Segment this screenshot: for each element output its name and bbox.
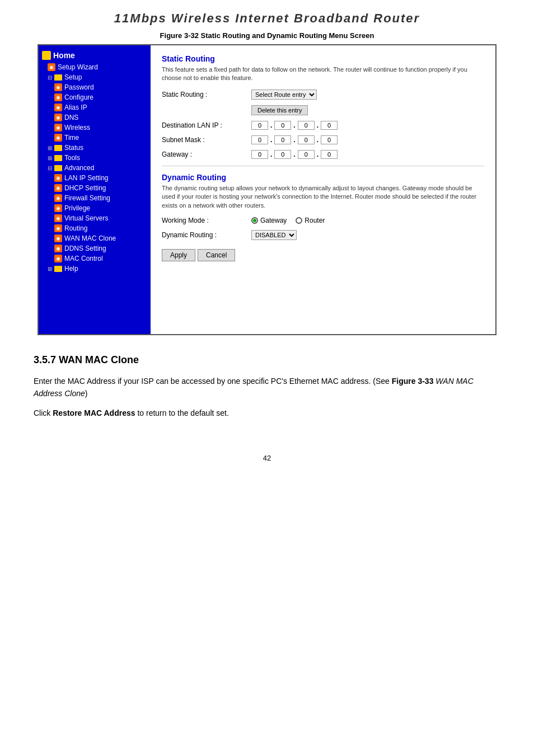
dest-lan-ip-control: . . . [251,121,338,130]
sidebar-item-routing[interactable]: ◉ Routing [39,223,151,233]
home-icon [42,51,51,60]
subnet-mask-label: Subnet Mask : [162,136,251,144]
ip-dot-2: . [293,121,295,129]
sidebar-item-alias-ip[interactable]: ◉ Alias IP [39,102,151,112]
sidebar-item-privilege[interactable]: ◉ Privilege [39,203,151,213]
sidebar-item-setup[interactable]: ⊟ Setup [39,72,151,82]
sidebar-label-lan-ip: LAN IP Setting [64,174,109,182]
time-icon: ◉ [54,134,62,142]
sidebar-item-mac-control[interactable]: ◉ MAC Control [39,253,151,264]
sidebar-label-password: Password [64,83,94,91]
router-radio-option[interactable]: Router [296,217,325,224]
sidebar: Home ◉ Setup Wizard ⊟ Setup ◉ Password ◉… [39,45,151,334]
sidebar-item-wan-mac-clone[interactable]: ◉ WAN MAC Clone [39,233,151,243]
dest-ip-1[interactable] [251,121,268,130]
dynamic-routing-select-row: Dynamic Routing : DISABLED [162,230,484,240]
subnet-4[interactable] [321,135,338,144]
sidebar-label-wireless: Wireless [64,124,90,132]
sidebar-home-label: Home [53,51,75,60]
sidebar-item-lan-ip[interactable]: ◉ LAN IP Setting [39,173,151,183]
gateway-label: Gateway : [162,151,251,158]
section-heading: 3.5.7 WAN MAC Clone [34,352,500,368]
page-title: 11Mbps Wireless Internet Broadband Route… [0,0,534,31]
gateway-radio-option[interactable]: Gateway [251,217,287,224]
gateway-radio-label: Gateway [260,217,287,224]
sidebar-label-alias-ip: Alias IP [64,104,87,111]
working-mode-label: Working Mode : [162,217,251,224]
routing-icon: ◉ [54,224,62,232]
gateway-dot-3: . [317,151,318,158]
dynamic-routing-select[interactable]: DISABLED [251,230,297,240]
subnet-3[interactable] [298,135,315,144]
sidebar-item-firewall[interactable]: ◉ Firewall Setting [39,193,151,203]
sidebar-item-status[interactable]: ⊞ Status [39,143,151,153]
subnet-2[interactable] [274,135,291,144]
delete-entry-button[interactable]: Delete this entry [251,105,308,115]
dynamic-routing-select-control: DISABLED [251,230,297,240]
sidebar-label-advanced: Advanced [64,164,94,172]
gateway-dot-2: . [293,151,295,158]
expand-icon-status: ⊞ [48,145,52,151]
wireless-icon: ◉ [54,124,62,132]
sidebar-label-dhcp: DHCP Setting [64,184,106,192]
sidebar-label-status: Status [64,144,83,152]
figure-caption: Figure 3-32 Static Routing and Dynamic R… [0,31,534,40]
dest-ip-3[interactable] [298,121,315,130]
sidebar-label-ddns: DDNS Setting [64,245,106,252]
subnet-mask-control: . . . [251,135,338,144]
subnet-1[interactable] [251,135,268,144]
route-entry-select[interactable]: Select Route entry [251,90,317,100]
dns-icon: ◉ [54,114,62,121]
sidebar-item-password[interactable]: ◉ Password [39,82,151,92]
sidebar-item-time[interactable]: ◉ Time [39,133,151,143]
sidebar-item-tools[interactable]: ⊞ Tools [39,153,151,163]
subnet-mask-row: Subnet Mask : . . . [162,135,484,144]
gateway-3[interactable] [298,150,315,159]
sidebar-label-setup: Setup [64,73,82,81]
setup-folder-icon [54,74,62,81]
sidebar-label-routing: Routing [64,224,87,232]
gateway-4[interactable] [321,150,338,159]
lower-section: 3.5.7 WAN MAC Clone Enter the MAC Addres… [0,335,534,443]
sidebar-label-configure: Configure [64,93,93,101]
sidebar-item-dns[interactable]: ◉ DNS [39,112,151,123]
sidebar-item-wireless[interactable]: ◉ Wireless [39,123,151,133]
working-mode-row: Working Mode : Gateway Router [162,217,484,224]
gateway-1[interactable] [251,150,268,159]
sidebar-label-help: Help [64,265,78,273]
wan-mac-clone-icon: ◉ [54,234,62,242]
sidebar-item-virtual-servers[interactable]: ◉ Virtual Servers [39,213,151,223]
sidebar-item-setup-wizard[interactable]: ◉ Setup Wizard [39,62,151,72]
advanced-folder-icon [54,165,62,171]
lower-paragraph-2: Click Restore MAC Address to return to t… [34,407,500,419]
sidebar-item-ddns[interactable]: ◉ DDNS Setting [39,243,151,253]
dhcp-icon: ◉ [54,184,62,192]
dest-ip-4[interactable] [321,121,338,130]
subnet-dot-2: . [293,136,295,144]
sidebar-label-dns: DNS [64,114,78,121]
sidebar-item-help[interactable]: ⊞ Help [39,264,151,274]
sidebar-label-time: Time [64,134,79,142]
restore-mac-bold: Restore MAC Address [53,408,135,417]
gateway-radio-button[interactable] [251,217,258,224]
working-mode-radio-group: Gateway Router [251,217,325,224]
sidebar-item-advanced[interactable]: ⊟ Advanced [39,163,151,173]
sidebar-label-firewall: Firewall Setting [64,194,110,202]
cancel-button[interactable]: Cancel [198,249,235,261]
expand-icon-help: ⊞ [48,266,52,272]
sidebar-item-dhcp[interactable]: ◉ DHCP Setting [39,183,151,193]
router-radio-button[interactable] [296,217,302,224]
dest-ip-2[interactable] [274,121,291,130]
sidebar-home[interactable]: Home [39,49,151,62]
gateway-row: Gateway : . . . [162,150,484,159]
static-routing-control: Select Route entry [251,90,317,100]
apply-button[interactable]: Apply [162,249,195,261]
sidebar-item-configure[interactable]: ◉ Configure [39,92,151,102]
delete-entry-control: Delete this entry [251,105,308,115]
gateway-2[interactable] [274,150,291,159]
dest-lan-ip-row: Destination LAN IP : . . . [162,121,484,130]
page-number: 42 [0,454,534,462]
static-routing-row: Static Routing : Select Route entry [162,90,484,100]
expand-icon-tools: ⊞ [48,155,52,161]
sidebar-label-tools: Tools [64,154,80,162]
